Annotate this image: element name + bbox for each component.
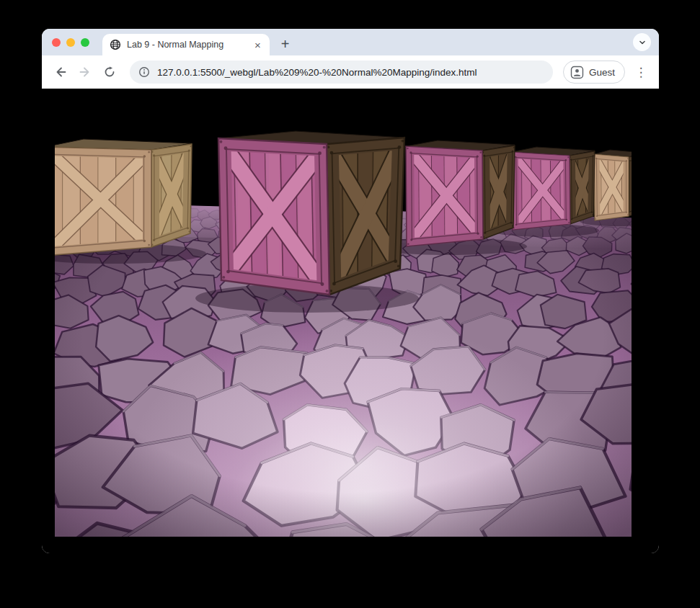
globe-favicon-icon (110, 39, 121, 50)
address-bar[interactable]: 127.0.0.1:5500/_webgl/Lab%209%20-%20Norm… (130, 61, 553, 84)
screen: { "window": { "controls": { "close": "cl… (0, 0, 700, 608)
profile-label: Guest (589, 67, 615, 78)
forward-button[interactable] (75, 62, 95, 82)
menu-button[interactable]: ⋮ (632, 62, 650, 82)
reload-icon (103, 66, 116, 79)
window-controls (52, 38, 89, 47)
close-window-button[interactable] (52, 38, 61, 47)
profile-button[interactable]: Guest (563, 61, 625, 84)
reload-button[interactable] (99, 62, 120, 82)
webgl-canvas[interactable] (55, 94, 632, 537)
navigation-toolbar: 127.0.0.1:5500/_webgl/Lab%209%20-%20Norm… (42, 55, 659, 89)
browser-tab[interactable]: Lab 9 - Normal Mapping × (102, 34, 270, 55)
guest-avatar-icon (570, 66, 584, 79)
tab-close-button[interactable]: × (252, 39, 264, 51)
back-button[interactable] (50, 62, 71, 82)
browser-window: Lab 9 - Normal Mapping × + (42, 29, 659, 553)
forward-arrow-icon (79, 66, 92, 79)
zoom-window-button[interactable] (81, 38, 89, 47)
minimize-window-button[interactable] (66, 38, 75, 47)
new-tab-button[interactable]: + (275, 34, 295, 53)
tab-strip: Lab 9 - Normal Mapping × + (42, 29, 659, 55)
page-content (42, 89, 659, 553)
tab-search-button[interactable] (633, 33, 651, 51)
info-icon[interactable] (138, 66, 150, 78)
tab-title: Lab 9 - Normal Mapping (127, 40, 252, 50)
back-arrow-icon (54, 66, 67, 79)
url-text: 127.0.0.1:5500/_webgl/Lab%209%20-%20Norm… (157, 67, 477, 78)
chevron-down-icon (637, 37, 647, 48)
